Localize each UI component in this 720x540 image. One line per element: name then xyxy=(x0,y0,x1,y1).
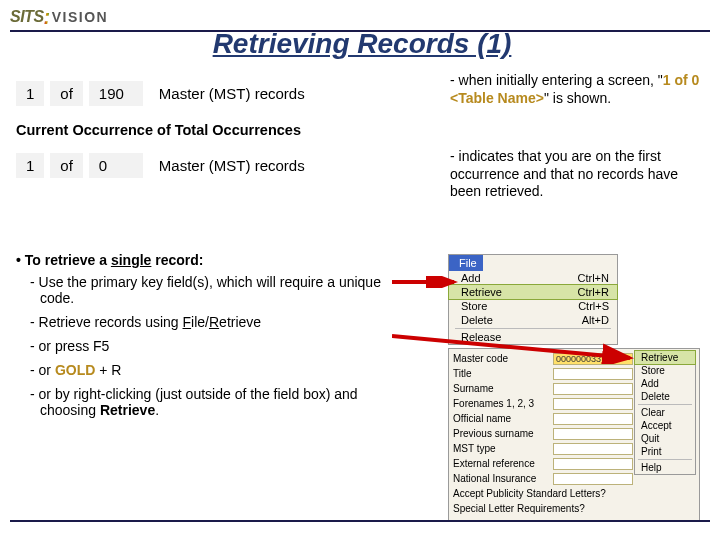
counter-caption: Current Occurrence of Total Occurrences xyxy=(16,122,301,138)
context-item-retrieve: Retrieve xyxy=(635,351,695,364)
current-index: 1 xyxy=(16,153,44,178)
of-label: of xyxy=(50,81,83,106)
form-row: Special Letter Requirements? xyxy=(453,501,699,516)
divider xyxy=(10,520,710,522)
menu-item-store: StoreCtrl+S xyxy=(449,299,617,313)
instruction-item: or press F5 xyxy=(40,338,416,354)
total-count: 190 xyxy=(89,81,143,106)
context-item: Print xyxy=(635,445,695,458)
context-item: Quit xyxy=(635,432,695,445)
context-item: Help xyxy=(635,461,695,474)
form-row: Accept Publicity Standard Letters? xyxy=(453,486,699,501)
table-name: Master (MST) records xyxy=(159,85,305,102)
context-item: Store xyxy=(635,364,695,377)
context-menu-screenshot: Retrieve Store Add Delete Clear Accept Q… xyxy=(634,350,696,475)
divider xyxy=(638,459,692,460)
instruction-item: Retrieve records using File/Retrieve xyxy=(40,314,416,330)
context-item: Accept xyxy=(635,419,695,432)
record-counter-empty: 1 of 0 Master (MST) records xyxy=(16,150,305,180)
logo-dots-icon: : xyxy=(44,6,50,29)
master-code-input: 000000033713 xyxy=(553,353,633,365)
context-item: Add xyxy=(635,377,695,390)
menu-item-delete: DeleteAlt+D xyxy=(449,313,617,327)
divider xyxy=(455,328,611,329)
divider xyxy=(638,404,692,405)
instruction-item: or by right-clicking (just outside of th… xyxy=(40,386,416,418)
instructions: • To retrieve a single record: Use the p… xyxy=(16,252,416,426)
current-index: 1 xyxy=(16,81,44,106)
total-count: 0 xyxy=(89,153,143,178)
menu-item-release: Release xyxy=(449,330,617,344)
context-item: Delete xyxy=(635,390,695,403)
file-menu-screenshot: File AddCtrl+N RetrieveCtrl+R StoreCtrl+… xyxy=(448,254,618,345)
instruction-item: or GOLD + R xyxy=(40,362,416,378)
note-initial-state: - when initially entering a screen, "1 o… xyxy=(450,72,712,107)
slide-title: Retrieving Records (1) xyxy=(12,28,712,60)
of-label: of xyxy=(50,153,83,178)
instructions-heading: • To retrieve a single record: xyxy=(16,252,416,268)
record-counter-populated: 1 of 190 Master (MST) records xyxy=(16,78,305,108)
table-name: Master (MST) records xyxy=(159,157,305,174)
brand-logo: SITS:VISION xyxy=(10,6,108,29)
context-item: Clear xyxy=(635,406,695,419)
note-meaning: - indicates that you are on the first oc… xyxy=(450,148,712,201)
menu-item-retrieve: RetrieveCtrl+R xyxy=(449,285,617,299)
instruction-item: Use the primary key field(s), which will… xyxy=(40,274,416,306)
file-tab: File xyxy=(449,255,483,271)
menu-item-add: AddCtrl+N xyxy=(449,271,617,285)
